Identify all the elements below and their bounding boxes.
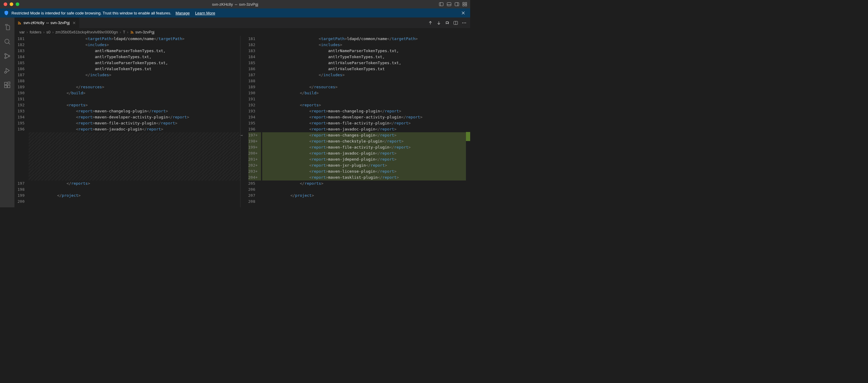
chevron-right-icon: ›: [120, 30, 121, 34]
diff-left-pane[interactable]: 1811821831841851861871881891901911921931…: [14, 36, 240, 207]
code-line[interactable]: <report>maven-jxr-plugin</report>: [262, 162, 466, 168]
code-line[interactable]: [29, 168, 240, 174]
code-line[interactable]: [262, 199, 466, 204]
code-line[interactable]: <report>maven-file-activity-plugin</repo…: [262, 120, 466, 126]
code-line[interactable]: <reports>: [262, 102, 466, 108]
code-line[interactable]: <report>maven-developer-activity-plugin<…: [262, 114, 466, 120]
svg-point-23: [18, 24, 19, 24]
overview-ruler[interactable]: [466, 36, 470, 207]
code-line[interactable]: antlrNameParserTokenTypes.txt,: [29, 48, 240, 54]
learn-more-link[interactable]: Learn More: [195, 11, 215, 15]
code-line[interactable]: <targetPath>ldapd/common/name</targetPat…: [262, 36, 466, 42]
code-line[interactable]: [29, 132, 240, 138]
minimize-window-button[interactable]: [10, 2, 13, 6]
code-line[interactable]: </build>: [262, 90, 466, 96]
code-line[interactable]: </includes>: [29, 72, 240, 78]
manage-link[interactable]: Manage: [176, 11, 190, 15]
code-line[interactable]: [29, 96, 240, 102]
code-line[interactable]: <report>maven-developer-activity-plugin<…: [29, 114, 240, 120]
next-change-icon[interactable]: [436, 21, 441, 25]
code-line[interactable]: </project>: [262, 193, 466, 199]
code-line[interactable]: </resources>: [262, 84, 466, 90]
more-actions-icon[interactable]: [462, 21, 467, 25]
close-window-button[interactable]: [4, 2, 7, 6]
code-line[interactable]: [29, 138, 240, 144]
source-control-icon[interactable]: [0, 49, 14, 63]
code-line[interactable]: </includes>: [262, 72, 466, 78]
code-line[interactable]: antlrTypeTokenTypes.txt,: [262, 54, 466, 60]
code-line[interactable]: antlrValueTokenTypes.txt: [262, 66, 466, 72]
explorer-icon[interactable]: [0, 20, 14, 34]
code-line[interactable]: <report>maven-changelog-plugin</report>: [29, 108, 240, 114]
split-editor-icon[interactable]: [453, 21, 458, 25]
toggle-panel-icon[interactable]: [447, 2, 452, 7]
chevron-right-icon: ›: [127, 30, 128, 34]
left-code[interactable]: <targetPath>ldapd/common/name</targetPat…: [29, 36, 240, 207]
maximize-window-button[interactable]: [16, 2, 19, 6]
code-line[interactable]: <report>maven-file-activity-plugin</repo…: [262, 144, 466, 150]
code-line[interactable]: antlrTypeTokenTypes.txt,: [29, 54, 240, 60]
breadcrumb-segment[interactable]: zm35b05x61bckq4hxvlv89xr0000gn: [56, 30, 118, 34]
code-line[interactable]: antlrNameParserTokenTypes.txt,: [262, 48, 466, 54]
code-line[interactable]: <report>maven-changes-plugin</report>: [262, 132, 466, 138]
diff-editor: 1811821831841851861871881891901911921931…: [14, 36, 470, 207]
code-line[interactable]: antlrValueParserTokenTypes.txt,: [29, 60, 240, 66]
code-line[interactable]: [29, 144, 240, 150]
code-line[interactable]: <report>maven-license-plugin</report>: [262, 168, 466, 174]
code-line[interactable]: [29, 174, 240, 181]
breadcrumb[interactable]: var›folders›s0›zm35b05x61bckq4hxvlv89xr0…: [14, 28, 470, 36]
extensions-icon[interactable]: [0, 78, 14, 92]
tab-close-button[interactable]: [72, 21, 76, 25]
code-line[interactable]: [29, 156, 240, 162]
close-banner-button[interactable]: [460, 11, 467, 15]
prev-change-icon[interactable]: [428, 21, 433, 25]
code-line[interactable]: [29, 162, 240, 168]
code-line[interactable]: <report>maven-file-activity-plugin</repo…: [29, 120, 240, 126]
code-line[interactable]: <reports>: [29, 102, 240, 108]
code-line[interactable]: <report>maven-checkstyle-plugin</report>: [262, 138, 466, 144]
editor-tab[interactable]: svn-zKHc8y ↔ svn-3zvPgj: [14, 18, 80, 28]
debug-icon[interactable]: [0, 63, 14, 78]
titlebar: svn-zKHc8y ↔ svn-3zvPgj: [0, 0, 470, 8]
banner-text: Restricted Mode is intended for safe cod…: [11, 11, 171, 15]
code-line[interactable]: <report>maven-jdepend-plugin</report>: [262, 156, 466, 162]
code-line[interactable]: <report>maven-javadoc-plugin</report>: [262, 126, 466, 132]
svg-point-15: [5, 57, 6, 59]
tab-bar: svn-zKHc8y ↔ svn-3zvPgj: [14, 18, 470, 28]
code-line[interactable]: </reports>: [29, 181, 240, 187]
code-line[interactable]: antlrValueTokenTypes.txt: [29, 66, 240, 72]
code-line[interactable]: antlrValueParserTokenTypes.txt,: [262, 60, 466, 66]
chevron-right-icon: ›: [43, 30, 44, 34]
breadcrumb-segment[interactable]: s0: [46, 30, 51, 34]
code-line[interactable]: <includes>: [29, 42, 240, 48]
toggle-sidebar-left-icon[interactable]: [439, 2, 444, 7]
svg-marker-17: [6, 68, 9, 73]
diff-right-pane[interactable]: → 181 182 183 184 185 186 187 188 189 19…: [241, 36, 466, 207]
code-line[interactable]: [262, 187, 466, 193]
code-line[interactable]: </reports>: [262, 181, 466, 187]
breadcrumb-segment[interactable]: T: [123, 30, 125, 34]
code-line[interactable]: <report>maven-changelog-plugin</report>: [262, 108, 466, 114]
toggle-sidebar-right-icon[interactable]: [455, 2, 459, 7]
breadcrumb-segment[interactable]: folders: [30, 30, 41, 34]
code-line[interactable]: [262, 78, 466, 84]
search-icon[interactable]: [0, 34, 14, 49]
code-line[interactable]: [29, 187, 240, 193]
code-line[interactable]: </project>: [29, 193, 240, 199]
code-line[interactable]: <report>maven-javadoc-plugin</report>: [262, 150, 466, 156]
code-line[interactable]: <targetPath>ldapd/common/name</targetPat…: [29, 36, 240, 42]
code-line[interactable]: <report>maven-tasklist-plugin</report>: [262, 174, 466, 181]
right-code[interactable]: <targetPath>ldapd/common/name</targetPat…: [262, 36, 466, 207]
code-line[interactable]: <report>maven-javadoc-plugin</report>: [29, 126, 240, 132]
code-line[interactable]: </resources>: [29, 84, 240, 90]
customize-layout-icon[interactable]: [462, 2, 467, 7]
code-line[interactable]: [29, 78, 240, 84]
breadcrumb-segment[interactable]: svn-3zvPgj: [135, 30, 155, 34]
code-line[interactable]: [29, 150, 240, 156]
whitespace-icon[interactable]: [445, 21, 450, 25]
code-line[interactable]: [29, 199, 240, 204]
code-line[interactable]: </build>: [29, 90, 240, 96]
breadcrumb-segment[interactable]: var: [19, 30, 25, 34]
code-line[interactable]: <includes>: [262, 42, 466, 48]
code-line[interactable]: [262, 96, 466, 102]
